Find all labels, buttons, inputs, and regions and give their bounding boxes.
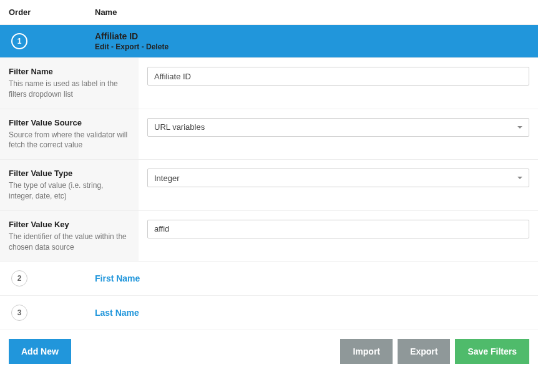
filter-row-collapsed[interactable]: 3 Last Name [0,295,538,330]
save-filters-button[interactable]: Save Filters [455,339,529,364]
table-header: Order Name [0,0,538,25]
delete-link[interactable]: Delete [146,42,169,51]
field-label: Filter Name [9,67,130,76]
col-header-order: Order [9,7,95,17]
filter-value-key-input[interactable] [147,220,529,238]
filter-actions: Edit - Export - Delete [95,42,529,51]
filter-value-type-select[interactable]: Integer [147,169,529,187]
chevron-down-icon [517,126,522,129]
order-badge: 1 [11,33,27,49]
field-help: The identifier of the value within the c… [9,232,130,253]
select-value: Integer [154,174,179,183]
col-header-name: Name [95,7,529,17]
footer-bar: Add New Import Export Save Filters [0,330,538,373]
filter-row-active[interactable]: 1 Affiliate ID Edit - Export - Delete [0,25,538,57]
filter-value-source-select[interactable]: URL variables [147,118,529,137]
edit-link[interactable]: Edit [95,42,109,51]
filter-detail-panel: Filter Name This name is used as label i… [0,57,538,261]
select-value: URL variables [154,122,205,132]
field-label: Filter Value Key [9,220,130,229]
field-help: The type of value (i.e. string, integer,… [9,180,130,202]
order-badge: 3 [11,305,27,321]
filter-title[interactable]: Last Name [95,308,529,318]
chevron-down-icon [517,177,522,179]
field-help: Source from where the validator will fet… [9,130,130,151]
field-filter-value-type: Filter Value Type The type of value (i.e… [0,159,538,210]
order-badge: 2 [11,270,27,287]
filter-title[interactable]: First Name [95,273,529,283]
field-filter-value-key: Filter Value Key The identifier of the v… [0,210,538,262]
field-filter-name: Filter Name This name is used as label i… [0,57,538,109]
field-label: Filter Value Type [9,169,130,178]
filter-row-collapsed[interactable]: 2 First Name [0,261,538,295]
add-new-button[interactable]: Add New [9,339,71,364]
field-filter-value-source: Filter Value Source Source from where th… [0,109,538,160]
filter-title: Affiliate ID [95,31,529,41]
export-button[interactable]: Export [398,339,450,364]
export-link[interactable]: Export [115,42,139,51]
field-help: This name is used as label in the filter… [9,79,130,100]
import-button[interactable]: Import [340,339,393,364]
field-label: Filter Value Source [9,118,130,127]
filter-name-input[interactable] [147,67,529,86]
